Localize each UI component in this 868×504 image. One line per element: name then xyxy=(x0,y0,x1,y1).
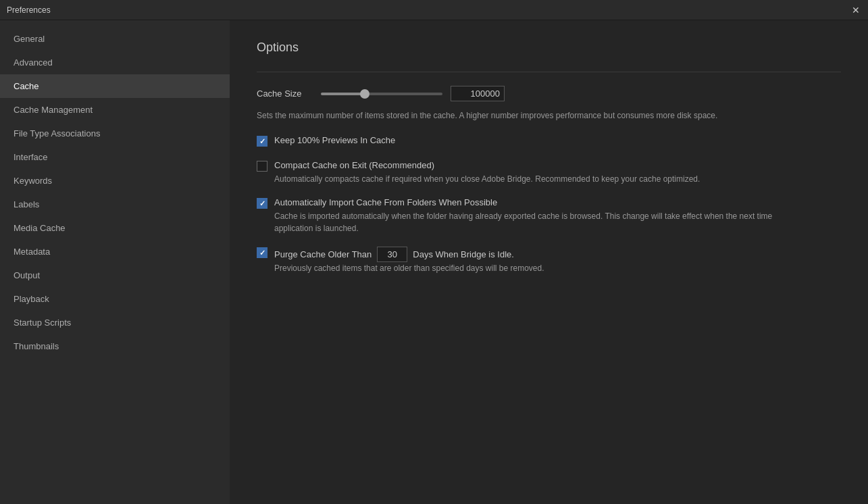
purge-label-before: Purge Cache Older Than xyxy=(274,249,372,259)
cache-size-row: Cache Size xyxy=(257,86,841,101)
checkbox-compact-cache[interactable] xyxy=(257,161,267,172)
checkbox-row-purge: Purge Cache Older Than Days When Bridge … xyxy=(257,247,841,274)
checkbox-row-compact-cache: Compact Cache on Exit (Recommended) Auto… xyxy=(257,160,841,185)
sidebar-item-interface[interactable]: Interface xyxy=(0,145,230,169)
checkbox-content-keep-previews: Keep 100% Previews In Cache xyxy=(274,135,395,148)
auto-import-desc: Cache is imported automatically when the… xyxy=(274,210,788,234)
close-button[interactable]: ✕ xyxy=(850,5,861,16)
checkbox-content-auto-import: Automatically Import Cache From Folders … xyxy=(274,197,788,234)
compact-cache-label: Compact Cache on Exit (Recommended) xyxy=(274,160,700,170)
sidebar-item-media-cache[interactable]: Media Cache xyxy=(0,216,230,240)
checkbox-purge[interactable] xyxy=(257,247,267,258)
sidebar-item-general[interactable]: General xyxy=(0,27,230,51)
sidebar-item-output[interactable]: Output xyxy=(0,263,230,287)
purge-label-after: Days When Bridge is Idle. xyxy=(413,249,514,259)
checkbox-row-auto-import: Automatically Import Cache From Folders … xyxy=(257,197,841,234)
checkbox-content-purge: Purge Cache Older Than Days When Bridge … xyxy=(274,247,544,274)
sidebar-item-file-type-associations[interactable]: File Type Associations xyxy=(0,122,230,145)
purge-description: Previously cached items that are older t… xyxy=(274,262,544,274)
options-title: Options xyxy=(257,41,841,55)
cache-size-slider[interactable] xyxy=(321,93,442,95)
sidebar-item-startup-scripts[interactable]: Startup Scripts xyxy=(0,311,230,334)
checkbox-keep-previews[interactable] xyxy=(257,136,267,147)
slider-container xyxy=(321,86,505,101)
cache-size-description: Sets the maximum number of items stored … xyxy=(257,109,797,122)
checkbox-wrapper-auto-import xyxy=(257,198,267,209)
sidebar-item-thumbnails[interactable]: Thumbnails xyxy=(0,334,230,358)
divider xyxy=(257,72,841,72)
checkbox-wrapper-purge xyxy=(257,247,267,258)
main-panel: Options Cache Size Sets the maximum numb… xyxy=(230,20,868,504)
sidebar-item-metadata[interactable]: Metadata xyxy=(0,240,230,263)
purge-days-input[interactable] xyxy=(377,247,407,262)
checkbox-content-compact-cache: Compact Cache on Exit (Recommended) Auto… xyxy=(274,160,700,185)
title-bar: Preferences ✕ xyxy=(0,0,868,20)
sidebar: GeneralAdvancedCacheCache ManagementFile… xyxy=(0,20,230,504)
content-area: GeneralAdvancedCacheCache ManagementFile… xyxy=(0,20,868,504)
sidebar-item-playback[interactable]: Playback xyxy=(0,287,230,311)
checkbox-auto-import[interactable] xyxy=(257,198,267,209)
checkbox-wrapper-keep-previews xyxy=(257,136,267,147)
auto-import-label: Automatically Import Cache From Folders … xyxy=(274,197,788,207)
checkbox-wrapper-compact-cache xyxy=(257,161,267,172)
sidebar-item-labels[interactable]: Labels xyxy=(0,193,230,216)
keep-previews-label: Keep 100% Previews In Cache xyxy=(274,135,395,145)
window-title: Preferences xyxy=(7,5,51,15)
sidebar-item-cache[interactable]: Cache xyxy=(0,74,230,98)
checkbox-row-keep-previews: Keep 100% Previews In Cache xyxy=(257,135,841,148)
sidebar-item-keywords[interactable]: Keywords xyxy=(0,169,230,193)
purge-row: Purge Cache Older Than Days When Bridge … xyxy=(274,247,544,262)
sidebar-item-advanced[interactable]: Advanced xyxy=(0,51,230,74)
preferences-window: Preferences ✕ GeneralAdvancedCacheCache … xyxy=(0,0,868,504)
cache-size-input[interactable] xyxy=(451,86,505,101)
compact-cache-desc: Automatically compacts cache if required… xyxy=(274,173,700,185)
cache-size-label: Cache Size xyxy=(257,89,311,99)
sidebar-item-cache-management[interactable]: Cache Management xyxy=(0,98,230,122)
